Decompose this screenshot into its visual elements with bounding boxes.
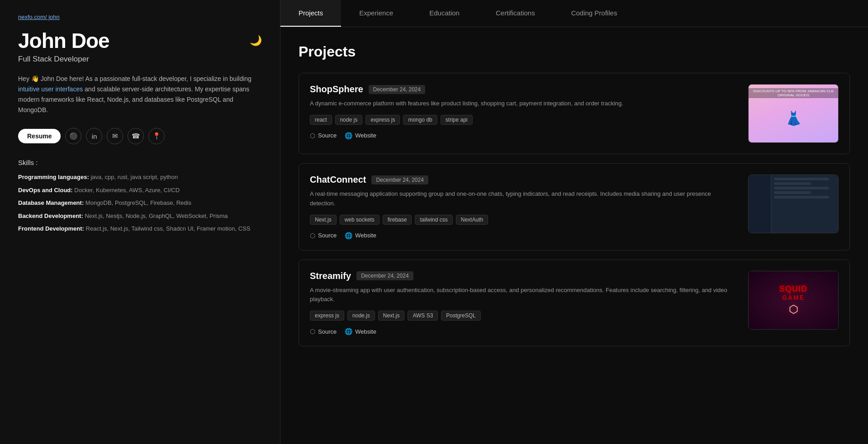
- github-icon: ⚫: [69, 132, 78, 140]
- thumb-ss-banner: DISCOUNTS UP TO 50% FROM JAMAICAN CLB OR…: [749, 88, 838, 98]
- project-header-chatconnect: ChatConnect December 24, 2024: [310, 175, 737, 185]
- website-icon-shopsphere: 🌐: [345, 132, 352, 139]
- tag-nextauth: NextAuth: [456, 215, 488, 225]
- skills-label: Skills :: [18, 159, 262, 166]
- project-desc-streamify: A movie-streaming app with user authenti…: [310, 286, 737, 305]
- source-icon-shopsphere: ⬡: [310, 132, 315, 139]
- skill-key-programming: Programming languages:: [18, 174, 89, 180]
- project-links-streamify: ⬡ Source 🌐 Website: [310, 328, 737, 335]
- phone-button[interactable]: ☎: [128, 128, 144, 144]
- project-name-chatconnect: ChatConnect: [310, 175, 366, 185]
- github-button[interactable]: ⚫: [65, 128, 81, 144]
- project-thumbnail-chatconnect: [748, 175, 839, 233]
- skill-row-programming: Programming languages: java, cpp, rust, …: [18, 173, 262, 182]
- user-title: Full Stack Developer: [18, 55, 262, 64]
- tag-tailwind: tailwind css: [415, 215, 452, 225]
- action-buttons: Resume ⚫ in ✉ ☎ 📍: [18, 128, 262, 144]
- tag-react: react: [310, 115, 332, 125]
- website-label-streamify: Website: [355, 328, 376, 335]
- source-icon-chatconnect: ⬡: [310, 232, 315, 239]
- source-label-chatconnect: Source: [318, 232, 337, 239]
- project-card-streamify: Streamify December 24, 2024 A movie-stre…: [299, 260, 850, 347]
- project-name-shopsphere: ShopSphere: [310, 84, 363, 94]
- website-link-streamify[interactable]: 🌐 Website: [345, 328, 376, 335]
- project-name-streamify: Streamify: [310, 271, 351, 281]
- source-icon-streamify: ⬡: [310, 328, 315, 335]
- tab-education[interactable]: Education: [411, 0, 478, 27]
- tab-experience[interactable]: Experience: [341, 0, 411, 27]
- project-links-shopsphere: ⬡ Source 🌐 Website: [310, 132, 737, 139]
- profile-url[interactable]: nexfo.com/ john: [18, 14, 262, 20]
- theme-toggle-icon[interactable]: 🌙: [250, 35, 262, 47]
- skill-row-database: Database Management: MongoDB, PostgreSQL…: [18, 198, 262, 208]
- phone-icon: ☎: [132, 132, 140, 140]
- thumb-cc-msg-3: [774, 187, 829, 189]
- skill-row-devops: DevOps and Cloud: Docker, Kubernetes, AW…: [18, 186, 262, 195]
- website-icon-chatconnect: 🌐: [345, 232, 352, 239]
- project-tags-chatconnect: Next.js web sockets firebase tailwind cs…: [310, 215, 737, 225]
- tab-bar: Projects Experience Education Certificat…: [280, 0, 868, 27]
- thumb-cc-msg-1: [774, 178, 829, 180]
- project-desc-shopsphere: A dynamic e-commerce platform with featu…: [310, 99, 737, 109]
- tab-projects[interactable]: Projects: [280, 0, 341, 27]
- squid-figure: ⬡: [789, 303, 798, 316]
- source-link-chatconnect[interactable]: ⬡ Source: [310, 232, 337, 239]
- project-date-shopsphere: December 24, 2024: [369, 85, 425, 94]
- section-title: Projects: [299, 43, 850, 60]
- website-label-shopsphere: Website: [355, 132, 376, 139]
- project-header-streamify: Streamify December 24, 2024: [310, 271, 737, 281]
- project-tags-shopsphere: react node js express js mongo db stripe…: [310, 115, 737, 125]
- project-date-chatconnect: December 24, 2024: [371, 175, 428, 184]
- linkedin-icon: in: [92, 132, 97, 140]
- tag-nodejs-str: node.js: [347, 311, 375, 321]
- location-icon: 📍: [152, 132, 161, 140]
- email-button[interactable]: ✉: [107, 128, 123, 144]
- tab-certifications[interactable]: Certifications: [478, 0, 553, 27]
- tag-nextjs-str: Next.js: [378, 311, 405, 321]
- thumb-cc-msg-2: [774, 182, 811, 185]
- skill-row-backend: Backend Development: Next.js, Nestjs, No…: [18, 212, 262, 221]
- resume-button[interactable]: Resume: [18, 129, 61, 143]
- user-bio: Hey 👋 John Doe here! As a passionate ful…: [18, 74, 262, 115]
- right-panel: Projects Experience Education Certificat…: [280, 0, 868, 444]
- website-link-shopsphere[interactable]: 🌐 Website: [345, 132, 376, 139]
- email-icon: ✉: [112, 132, 118, 140]
- website-icon-streamify: 🌐: [345, 328, 352, 335]
- tag-nextjs: Next.js: [310, 215, 337, 225]
- tag-mongodb: mongo db: [403, 115, 437, 125]
- source-link-streamify[interactable]: ⬡ Source: [310, 328, 337, 335]
- project-card-shopsphere: ShopSphere December 24, 2024 A dynamic e…: [299, 73, 850, 154]
- project-card-chatconnect: ChatConnect December 24, 2024 A real-tim…: [299, 163, 850, 250]
- squid-game-text: SQUID: [779, 284, 807, 294]
- skill-key-backend: Backend Development:: [18, 213, 83, 219]
- thumb-cc-sidebar: [749, 175, 771, 233]
- tag-stripe: stripe api: [441, 115, 473, 125]
- source-label-shopsphere: Source: [318, 132, 337, 139]
- skill-key-devops: DevOps and Cloud:: [18, 187, 73, 194]
- skill-row-frontend: Frontend Development: React.js, Next.js,…: [18, 224, 262, 233]
- project-header-shopsphere: ShopSphere December 24, 2024: [310, 84, 737, 94]
- project-info-chatconnect: ChatConnect December 24, 2024 A real-tim…: [310, 175, 737, 239]
- content-area: Projects ShopSphere December 24, 2024 A …: [280, 27, 868, 444]
- tab-coding-profiles[interactable]: Coding Profiles: [553, 0, 636, 27]
- location-button[interactable]: 📍: [148, 128, 165, 144]
- project-info-streamify: Streamify December 24, 2024 A movie-stre…: [310, 271, 737, 335]
- game-text: GAME: [782, 294, 805, 301]
- project-links-chatconnect: ⬡ Source 🌐 Website: [310, 232, 737, 239]
- project-date-streamify: December 24, 2024: [356, 271, 413, 280]
- tag-websockets: web sockets: [340, 215, 379, 225]
- thumb-cc-msg-4: [774, 191, 811, 194]
- tag-firebase: firebase: [383, 215, 412, 225]
- skill-vals-frontend: React.js, Next.js, Tailwind css, Shadcn …: [86, 225, 251, 232]
- linkedin-button[interactable]: in: [86, 128, 102, 144]
- skill-key-database: Database Management:: [18, 199, 84, 206]
- skill-vals-database: MongoDB, PostgreSQL, Firebase, Redis: [85, 199, 191, 206]
- tag-nodejs: node js: [335, 115, 363, 125]
- skill-vals-programming: java, cpp, rust, java script, python: [90, 174, 178, 180]
- project-thumbnail-streamify: SQUID GAME ⬡: [748, 271, 839, 330]
- skill-vals-devops: Docker, Kubernetes, AWS, Azure, CI/CD: [74, 187, 180, 194]
- tag-postgresql: PostgreSQL: [441, 311, 480, 321]
- source-link-shopsphere[interactable]: ⬡ Source: [310, 132, 337, 139]
- website-link-chatconnect[interactable]: 🌐 Website: [345, 232, 376, 239]
- project-desc-chatconnect: A real-time messaging application suppor…: [310, 189, 737, 208]
